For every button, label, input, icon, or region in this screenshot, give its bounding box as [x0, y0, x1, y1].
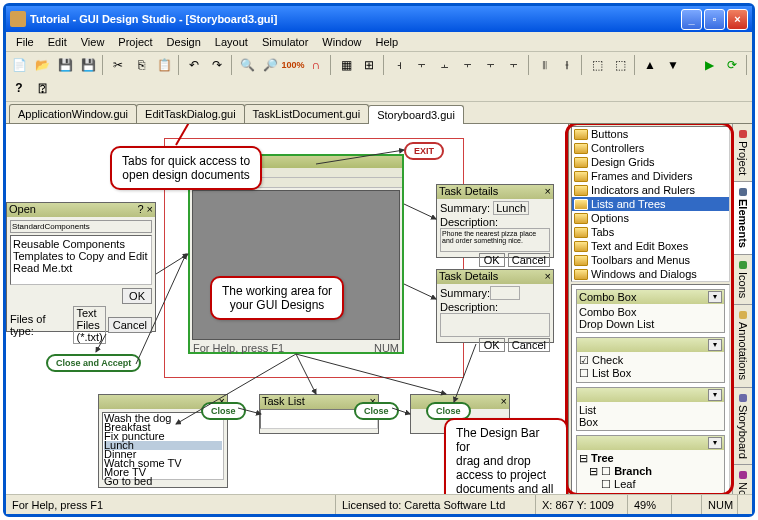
context-help-icon[interactable]: ⍰	[31, 77, 53, 99]
element-list[interactable]: ▾ List Box	[576, 387, 725, 431]
front-icon[interactable]: ▲	[639, 54, 661, 76]
align-right-icon[interactable]: ⫠	[434, 54, 456, 76]
menu-project[interactable]: Project	[111, 34, 159, 50]
mock-detail-2[interactable]: Task Details× Summary: Description: OK C…	[436, 269, 554, 343]
titlebar: Tutorial - GUI Design Studio - [Storyboa…	[6, 6, 752, 32]
redo-icon[interactable]: ↷	[206, 54, 228, 76]
help-icon[interactable]: ?	[8, 77, 30, 99]
close-button[interactable]: ×	[727, 9, 748, 30]
menubar: File Edit View Project Design Layout Sim…	[6, 32, 752, 52]
folder-toolbars[interactable]: Toolbars and Menus	[572, 253, 729, 267]
diamond-icon	[739, 471, 747, 479]
folder-icon	[574, 185, 588, 196]
tab-application-window[interactable]: ApplicationWindow.gui	[9, 104, 137, 123]
save-icon[interactable]: 💾	[54, 54, 76, 76]
folder-text-edit[interactable]: Text and Edit Boxes	[572, 239, 729, 253]
dropdown-icon: ▾	[708, 389, 722, 401]
menu-window[interactable]: Window	[315, 34, 368, 50]
diamond-icon	[739, 188, 747, 196]
side-tab-project[interactable]: Project	[733, 124, 752, 182]
ungroup-icon[interactable]: ⬚	[609, 54, 631, 76]
toolbar: 📄 📂 💾 💾 ✂ ⎘ 📋 ↶ ↷ 🔍 🔎 100% ∩ ▦ ⊞ ⫞ ⫟ ⫠ ⫟…	[6, 52, 752, 102]
exit-node[interactable]: EXIT	[404, 142, 444, 160]
open-icon[interactable]: 📂	[31, 54, 53, 76]
refresh-icon[interactable]: ⟳	[721, 54, 743, 76]
statusbar: For Help, press F1 Licensed to: Caretta …	[6, 494, 752, 514]
close-accept-node[interactable]: Close and Accept	[46, 354, 141, 372]
copy-icon[interactable]: ⎘	[130, 54, 152, 76]
zoom-in-icon[interactable]: 🔎	[259, 54, 281, 76]
menu-edit[interactable]: Edit	[41, 34, 74, 50]
side-tabs: Project Elements Icons Annotations Story…	[732, 124, 752, 494]
element-palette[interactable]: Combo Box▾ Combo Box Drop Down List ▾ ☑ …	[571, 284, 730, 494]
side-tab-icons[interactable]: Icons	[733, 255, 752, 305]
align-bottom-icon[interactable]: ⫟	[503, 54, 525, 76]
snap-icon[interactable]: ⊞	[358, 54, 380, 76]
mock-detail-1[interactable]: Task Details× Summary: Lunch Description…	[436, 184, 554, 258]
folder-icon	[574, 143, 588, 154]
folder-design-grids[interactable]: Design Grids	[572, 155, 729, 169]
folder-icon	[574, 269, 588, 280]
element-check[interactable]: ▾ ☑ Check ☐ List Box	[576, 337, 725, 383]
side-tab-elements[interactable]: Elements	[733, 182, 752, 255]
tab-task-list-document[interactable]: TaskListDocument.gui	[244, 104, 370, 123]
magnet-icon[interactable]: ∩	[305, 54, 327, 76]
folder-buttons[interactable]: Buttons	[572, 127, 729, 141]
cut-icon[interactable]: ✂	[107, 54, 129, 76]
element-folders[interactable]: Buttons Controllers Design Grids Frames …	[571, 126, 730, 282]
folder-lists-trees[interactable]: Lists and Trees	[572, 197, 729, 211]
maximize-button[interactable]: ▫	[704, 9, 725, 30]
new-icon[interactable]: 📄	[8, 54, 30, 76]
mock-open-dialog[interactable]: Open? × StandardComponents Reusable Comp…	[6, 202, 156, 332]
folder-icon	[574, 157, 588, 168]
menu-help[interactable]: Help	[368, 34, 405, 50]
window-title: Tutorial - GUI Design Studio - [Storyboa…	[30, 13, 679, 25]
group-icon[interactable]: ⬚	[586, 54, 608, 76]
minimize-button[interactable]: _	[681, 9, 702, 30]
save-all-icon[interactable]: 💾	[77, 54, 99, 76]
folder-icon	[574, 171, 588, 182]
align-left-icon[interactable]: ⫞	[388, 54, 410, 76]
folder-frames[interactable]: Frames and Dividers	[572, 169, 729, 183]
folder-icon	[574, 213, 588, 224]
tab-storyboard3[interactable]: Storyboard3.gui	[368, 105, 464, 124]
close-node-2[interactable]: Close	[354, 402, 399, 420]
design-bar: Buttons Controllers Design Grids Frames …	[568, 124, 732, 494]
grid-icon[interactable]: ▦	[335, 54, 357, 76]
diamond-icon	[739, 261, 747, 269]
menu-simulator[interactable]: Simulator	[255, 34, 315, 50]
close-node-1[interactable]: Close	[201, 402, 246, 420]
mock-status-right: NUM	[374, 342, 399, 354]
document-tabs: ApplicationWindow.gui EditTaskDialog.gui…	[6, 102, 752, 124]
run-icon[interactable]: ▶	[698, 54, 720, 76]
zoom-out-icon[interactable]: 🔍	[236, 54, 258, 76]
folder-options[interactable]: Options	[572, 211, 729, 225]
side-tab-storyboard[interactable]: Storyboard	[733, 388, 752, 466]
callout-work: The working area for your GUI Designs	[210, 276, 344, 320]
paste-icon[interactable]: 📋	[153, 54, 175, 76]
distribute-h-icon[interactable]: ⫴	[533, 54, 555, 76]
folder-indicators[interactable]: Indicators and Rulers	[572, 183, 729, 197]
folder-controllers[interactable]: Controllers	[572, 141, 729, 155]
folder-windows[interactable]: Windows and Dialogs	[572, 267, 729, 281]
mock-ok-button: OK	[122, 288, 152, 304]
tab-edit-task-dialog[interactable]: EditTaskDialog.gui	[136, 104, 245, 123]
menu-design[interactable]: Design	[160, 34, 208, 50]
side-tab-notes[interactable]: Notes	[733, 465, 752, 494]
zoom-100-icon[interactable]: 100%	[282, 54, 304, 76]
align-center-icon[interactable]: ⫟	[411, 54, 433, 76]
menu-layout[interactable]: Layout	[208, 34, 255, 50]
element-tree[interactable]: ▾ ⊟ Tree ⊟ ☐ Branch ☐ Leaf ☐ Leaf	[576, 435, 725, 494]
menu-view[interactable]: View	[74, 34, 112, 50]
folder-tabs[interactable]: Tabs	[572, 225, 729, 239]
menu-file[interactable]: File	[9, 34, 41, 50]
distribute-v-icon[interactable]: ⫲	[556, 54, 578, 76]
undo-icon[interactable]: ↶	[183, 54, 205, 76]
design-canvas[interactable]: For Help, press F1 NUM EXIT Open? × Stan…	[6, 124, 568, 494]
align-top-icon[interactable]: ⫟	[457, 54, 479, 76]
dropdown-icon: ▾	[708, 339, 722, 351]
side-tab-annotations[interactable]: Annotations	[733, 305, 752, 387]
align-middle-icon[interactable]: ⫟	[480, 54, 502, 76]
element-combo-box[interactable]: Combo Box▾ Combo Box Drop Down List	[576, 289, 725, 333]
back-icon[interactable]: ▼	[662, 54, 684, 76]
